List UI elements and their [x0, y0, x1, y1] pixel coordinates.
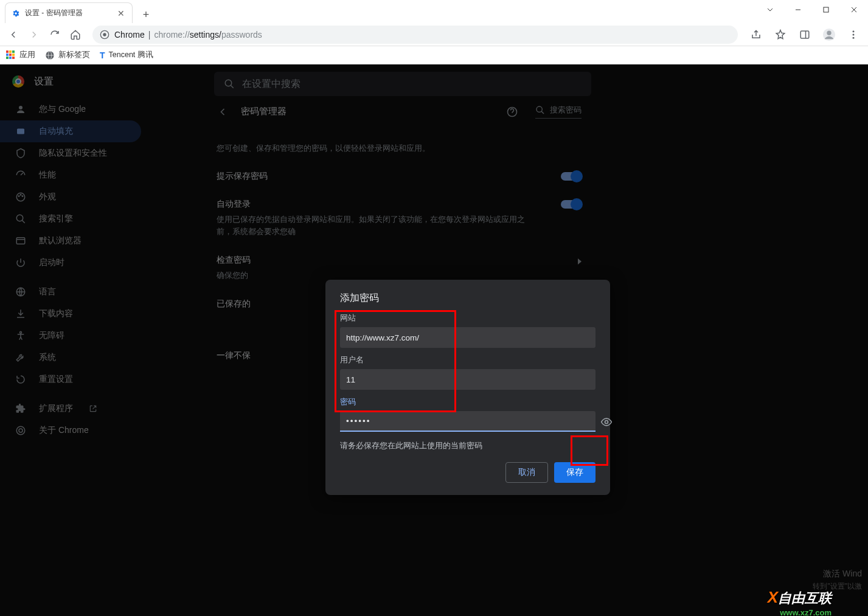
bookmark-star-icon[interactable]	[771, 26, 790, 43]
page-title: 密码管理器	[241, 106, 494, 117]
download-icon	[15, 308, 27, 319]
sidebar-item-you-and-google[interactable]: 您与 Google	[0, 99, 141, 120]
sidebar-item-about[interactable]: 关于 Chrome	[0, 420, 141, 441]
bookmarks-bar: 应用 新标签页 T Tencent 腾讯	[0, 46, 868, 64]
profile-avatar[interactable]	[819, 26, 839, 43]
titlebar: 设置 - 密码管理器 ✕ +	[0, 0, 868, 23]
sidebar-item-reset[interactable]: 重置设置	[0, 369, 141, 390]
site-label: 网站	[340, 313, 595, 324]
browser-tab[interactable]: 设置 - 密码管理器 ✕	[5, 2, 133, 23]
help-icon[interactable]	[506, 106, 518, 118]
svg-rect-0	[824, 7, 828, 12]
auto-login-row: 自动登录 使用已保存的凭据自动登录网站和应用。如果关闭了该功能，在您每次登录网站…	[217, 199, 582, 238]
power-icon	[15, 257, 27, 268]
maximize-button[interactable]	[812, 0, 840, 19]
page-description: 您可创建、保存和管理您的密码，以便轻松登录网站和应用。	[217, 143, 582, 154]
sidebar-item-autofill[interactable]: 自动填充	[0, 120, 141, 142]
add-password-dialog: 添加密码 网站 用户名 密码 请务必保存您在此网站上使用的当前密码 取消 保存	[325, 280, 610, 495]
chevron-right-icon	[578, 258, 582, 265]
svg-point-15	[20, 195, 21, 196]
back-arrow-icon[interactable]	[217, 106, 229, 118]
newtab-bookmark[interactable]: 新标签页	[45, 50, 90, 60]
offer-save-row: 提示保存密码	[217, 171, 582, 182]
brand-url: www.xz7.com	[780, 608, 832, 616]
toggle-auto-login[interactable]	[561, 200, 582, 209]
sidebar-item-search[interactable]: 搜索引擎	[0, 208, 141, 230]
svg-point-20	[20, 331, 22, 333]
close-tab-icon[interactable]: ✕	[116, 7, 126, 19]
chevron-down-icon[interactable]	[756, 0, 784, 19]
reset-icon	[15, 374, 27, 385]
browser-icon	[15, 235, 27, 246]
apps-grid-icon	[6, 50, 16, 60]
sidebar-item-startup[interactable]: 启动时	[0, 252, 141, 274]
svg-point-25	[536, 106, 542, 112]
wrench-icon	[15, 352, 27, 363]
password-search[interactable]: 搜索密码	[535, 105, 582, 119]
settings-search[interactable]: 在设置中搜索	[214, 72, 591, 96]
username-input[interactable]	[340, 369, 595, 390]
menu-dots-icon[interactable]	[844, 26, 863, 43]
check-passwords-row[interactable]: 检查密码 确保您的	[217, 255, 582, 282]
settings-sidebar: 设置 您与 Google 自动填充 隐私设置和安全性 性能 外观 搜索引擎 默认…	[0, 64, 156, 616]
apps-bookmark[interactable]: 应用	[6, 50, 35, 60]
address-bar[interactable]: Chrome|chrome://settings/passwords	[92, 26, 738, 44]
tencent-bookmark[interactable]: T Tencent 腾讯	[100, 50, 153, 60]
toggle-offer-save[interactable]	[561, 172, 582, 181]
window-controls	[756, 0, 868, 19]
search-icon	[535, 105, 545, 115]
tencent-icon: T	[100, 50, 105, 60]
sidebar-item-performance[interactable]: 性能	[0, 164, 141, 186]
brand-watermark: X自由互联	[768, 588, 832, 607]
search-icon	[15, 213, 27, 224]
password-label: 密码	[340, 397, 595, 407]
external-link-icon	[89, 404, 97, 413]
svg-point-26	[605, 421, 608, 424]
password-input[interactable]	[340, 411, 595, 432]
dialog-hint: 请务必保存您在此网站上使用的当前密码	[325, 432, 610, 451]
svg-point-2	[103, 33, 106, 36]
eye-icon[interactable]	[600, 416, 613, 428]
speedometer-icon	[15, 170, 27, 181]
sidebar-item-language[interactable]: 语言	[0, 281, 141, 303]
globe-icon	[45, 50, 55, 60]
autofill-icon	[15, 126, 27, 137]
username-label: 用户名	[340, 355, 595, 365]
forward-button	[26, 26, 43, 43]
chrome-logo-icon	[12, 75, 24, 88]
sidebar-item-system[interactable]: 系统	[0, 347, 141, 369]
svg-rect-12	[17, 129, 24, 134]
cancel-button[interactable]: 取消	[505, 462, 548, 483]
new-tab-button[interactable]: +	[137, 6, 155, 23]
sidebar-item-appearance[interactable]: 外观	[0, 186, 141, 208]
globe-icon	[15, 286, 27, 297]
sidebar-title: 设置	[34, 75, 54, 88]
sidebar-item-extensions[interactable]: 扩展程序	[0, 398, 141, 420]
share-icon[interactable]	[746, 26, 766, 43]
palette-icon	[15, 192, 27, 202]
extension-icon	[15, 403, 27, 414]
save-button[interactable]: 保存	[554, 462, 595, 483]
sidebar-item-accessibility[interactable]: 无障碍	[0, 325, 141, 347]
svg-point-6	[853, 30, 855, 32]
side-panel-icon[interactable]	[795, 26, 814, 43]
svg-point-7	[853, 33, 855, 35]
sidebar-item-downloads[interactable]: 下载内容	[0, 303, 141, 325]
sidebar-header: 设置	[0, 64, 156, 99]
close-window-button[interactable]	[840, 0, 868, 19]
sidebar-item-privacy[interactable]: 隐私设置和安全性	[0, 142, 141, 164]
gear-icon	[12, 9, 20, 18]
home-button[interactable]	[67, 26, 84, 43]
back-button[interactable]	[5, 26, 22, 43]
omnibox-text: Chrome|chrome://settings/passwords	[114, 30, 262, 40]
svg-point-23	[225, 80, 232, 86]
site-input[interactable]	[340, 327, 595, 348]
reload-button[interactable]	[46, 26, 63, 43]
sidebar-item-default-browser[interactable]: 默认浏览器	[0, 230, 141, 252]
chrome-outline-icon	[15, 425, 27, 436]
minimize-button[interactable]	[784, 0, 812, 19]
search-placeholder: 在设置中搜索	[242, 78, 300, 91]
tab-title: 设置 - 密码管理器	[25, 8, 116, 18]
svg-point-22	[19, 429, 23, 432]
dialog-title: 添加密码	[325, 292, 610, 311]
